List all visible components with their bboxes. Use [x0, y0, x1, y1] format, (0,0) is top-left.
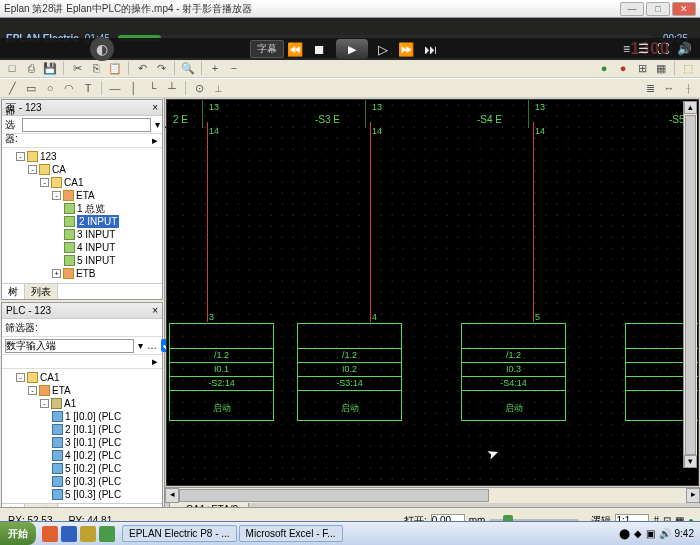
tree-page-5[interactable]: 5 INPUT [77, 254, 115, 267]
plc-tree[interactable]: -CA1 -ETA -A1 1 [I0.0] (PLC2 [I0.1] (PLC… [2, 369, 162, 503]
tb-cut-icon[interactable]: ✂ [69, 60, 85, 76]
plc-a1[interactable]: A1 [64, 397, 76, 410]
filter-go-icon[interactable]: ▸ [152, 134, 158, 146]
rewind-button[interactable]: ⏪ [287, 42, 303, 57]
pages-tree[interactable]: -123 -CA -CA1 -ETA 1 总览 [2, 148, 162, 283]
plc-combo[interactable] [5, 339, 134, 353]
plc-root[interactable]: CA1 [40, 371, 59, 384]
drawing-canvas[interactable]: 2 E -S3 E -S4 E -S5 E 13 14 13 14 13 14 … [166, 99, 699, 486]
tree-page-4[interactable]: 4 INPUT [77, 241, 115, 254]
plc-box-0[interactable]: /1.2I0.1-S2:14启动 [169, 323, 274, 421]
tb-line-icon[interactable]: ╱ [4, 80, 20, 96]
tb-save-icon[interactable]: 💾 [42, 60, 58, 76]
tb-wire-h-icon[interactable]: — [107, 80, 123, 96]
tb-wire-v-icon[interactable]: │ [126, 80, 142, 96]
tb-symbol-icon[interactable]: ⬚ [680, 60, 696, 76]
tb-terminal-icon[interactable]: ⊙ [191, 80, 207, 96]
tree-page-2[interactable]: 2 INPUT [77, 215, 119, 228]
hscroll-right-icon[interactable]: ▸ [686, 488, 700, 503]
next-track-button[interactable]: ⏭ [424, 42, 437, 57]
tree-ca1[interactable]: CA1 [64, 176, 83, 189]
ql-icon-4[interactable] [99, 526, 115, 542]
filter-dropdown-icon[interactable]: ▾ [155, 119, 160, 130]
tray-icon-4[interactable]: 🔊 [659, 528, 671, 539]
volume-icon[interactable]: 🔊 [677, 42, 692, 56]
plc-io-row[interactable]: 5 [I0.3] (PLC [65, 488, 121, 501]
plc-close-icon[interactable]: × [152, 305, 158, 316]
player-logo-icon[interactable]: ◐ [90, 37, 114, 61]
forward-button[interactable]: ⏩ [398, 42, 414, 57]
play-button[interactable]: ▶ [336, 39, 368, 59]
plc-io-row[interactable]: 1 [I0.0] (PLC [65, 410, 121, 423]
hscroll-thumb[interactable] [179, 489, 489, 502]
tb-zoom-out-icon[interactable]: − [226, 60, 242, 76]
tb-warning-icon[interactable]: ● [615, 60, 631, 76]
vscroll-down-icon[interactable]: ▾ [684, 455, 697, 468]
vscroll-thumb[interactable] [685, 115, 696, 455]
tb-wire-t-icon[interactable]: ┴ [164, 80, 180, 96]
ql-icon-1[interactable] [42, 526, 58, 542]
settings-icon[interactable]: ☰ [638, 42, 649, 56]
ql-icon-2[interactable] [61, 526, 77, 542]
start-button[interactable]: 开始 [0, 522, 36, 545]
step-button[interactable]: ▷ [378, 42, 388, 57]
tree-ca[interactable]: CA [52, 163, 66, 176]
subtitle-button[interactable]: 字幕 [250, 40, 284, 58]
tb-wire-corner-icon[interactable]: └ [145, 80, 161, 96]
pages-close-icon[interactable]: × [152, 102, 158, 113]
vscroll-up-icon[interactable]: ▴ [684, 101, 697, 114]
tray-clock[interactable]: 9:42 [675, 528, 694, 539]
fullscreen-icon[interactable]: ⛶ [657, 42, 669, 56]
tb-rect-icon[interactable]: ▭ [23, 80, 39, 96]
tree-page-1[interactable]: 1 总览 [77, 202, 105, 215]
tb-align-icon[interactable]: ⊞ [634, 60, 650, 76]
tb-text-icon[interactable]: T [80, 80, 96, 96]
close-button[interactable]: ✕ [672, 2, 696, 16]
tb-circle-icon[interactable]: ○ [42, 80, 58, 96]
tb-grid-icon[interactable]: ▦ [653, 60, 669, 76]
tb-zoom-in-icon[interactable]: + [207, 60, 223, 76]
tab-tree[interactable]: 树 [2, 284, 25, 299]
plc-eta[interactable]: ETA [52, 384, 71, 397]
tb-arc-icon[interactable]: ◠ [61, 80, 77, 96]
plc-io-row[interactable]: 3 [I0.1] (PLC [65, 436, 121, 449]
tree-eta[interactable]: ETA [76, 189, 95, 202]
tray-icon-3[interactable]: ▣ [646, 528, 655, 539]
canvas-hscrollbar[interactable]: ◂ ▸ [165, 487, 700, 503]
tb-connection-icon[interactable]: ● [596, 60, 612, 76]
plc-combo-dropdown-icon[interactable]: ▾ [138, 340, 143, 351]
plc-box-1[interactable]: /1.2I0.2-S3:14启动 [297, 323, 402, 421]
ql-icon-3[interactable] [80, 526, 96, 542]
tray-icon-1[interactable]: ⬤ [619, 528, 630, 539]
hscroll-left-icon[interactable]: ◂ [165, 488, 179, 503]
tb-contact-icon[interactable]: ⟂ [210, 80, 226, 96]
maximize-button[interactable]: □ [646, 2, 670, 16]
stop-button[interactable]: ⏹ [313, 42, 326, 57]
canvas-vscrollbar[interactable]: ▴ ▾ [683, 101, 697, 468]
tray-icon-2[interactable]: ◆ [634, 528, 642, 539]
playlist-icon[interactable]: ≡ [623, 42, 630, 56]
tb-redo-icon[interactable]: ↷ [153, 60, 169, 76]
tree-page-3[interactable]: 3 INPUT [77, 228, 115, 241]
tb-paste-icon[interactable]: 📋 [107, 60, 123, 76]
tb-copy-icon[interactable]: ⎘ [88, 60, 104, 76]
pages-filter-input[interactable] [22, 118, 151, 132]
tb-measure-icon[interactable]: ⟊ [680, 80, 696, 96]
tb-open-icon[interactable]: ⎙ [23, 60, 39, 76]
plc-io-row[interactable]: 4 [I0.2] (PLC [65, 449, 121, 462]
tree-etb[interactable]: ETB [76, 267, 95, 280]
tb-search-icon[interactable]: 🔍 [180, 60, 196, 76]
taskbar-task-eplan[interactable]: EPLAN Electric P8 - ... [122, 525, 237, 542]
plc-io-row[interactable]: 6 [I0.3] (PLC [65, 475, 121, 488]
tb-undo-icon[interactable]: ↶ [134, 60, 150, 76]
tb-new-icon[interactable]: □ [4, 60, 20, 76]
tb-layer-icon[interactable]: ≣ [642, 80, 658, 96]
taskbar-task-excel[interactable]: Microsoft Excel - F... [239, 525, 343, 542]
tab-list[interactable]: 列表 [25, 284, 58, 299]
minimize-button[interactable]: — [620, 2, 644, 16]
plc-filter-go-icon[interactable]: ▸ [152, 355, 158, 367]
plc-io-row[interactable]: 2 [I0.1] (PLC [65, 423, 121, 436]
tb-dimension-icon[interactable]: ↔ [661, 80, 677, 96]
tree-root[interactable]: 123 [40, 150, 57, 163]
plc-io-row[interactable]: 5 [I0.2] (PLC [65, 462, 121, 475]
